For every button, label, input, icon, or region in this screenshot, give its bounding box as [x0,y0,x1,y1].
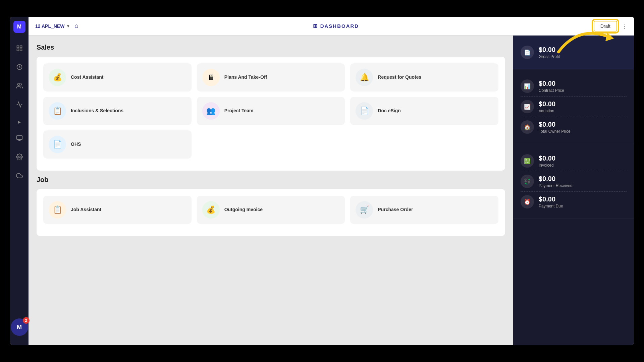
project-chevron-icon: ▾ [67,24,69,28]
contract-price-icon: 📊 [521,79,534,93]
ohs-icon: 📄 [49,136,66,153]
request-quotes-card[interactable]: 🔔 Request for Quotes [350,63,498,92]
sales-grid-section: 💰 Cost Assistant 🖥 Plans And Take-Off 🔔 … [37,57,505,171]
dashboard-nav-icon[interactable] [13,42,25,54]
svg-point-5 [17,83,20,86]
main-content: 12 APL_NEW ▾ ⌂ ⊞ DASHBOARD Draft ⋮ Sales [29,17,634,345]
gross-profit-icon: 📄 [521,46,534,59]
svg-rect-6 [16,136,22,140]
job-grid-section: 📋 Job Assistant 💰 Outgoing Invoice 🛒 Pur… [37,189,505,236]
variation-icon: 📈 [521,100,534,113]
cost-assistant-card[interactable]: 💰 Cost Assistant [43,63,192,92]
total-owner-icon: 🏠 [521,120,534,134]
contract-price-label: Contract Price [539,88,627,93]
project-team-label: Project Team [224,108,254,114]
project-name: 12 APL_NEW [35,23,64,29]
project-team-icon: 👥 [202,102,220,120]
project-team-card[interactable]: 👥 Project Team [197,97,345,125]
purchase-order-card[interactable]: 🛒 Purchase Order [350,196,498,224]
doc-esign-card[interactable]: 📄 Doc eSign [350,97,498,125]
job-assistant-label: Job Assistant [71,206,101,213]
cost-assistant-icon: 💰 [49,69,66,86]
gross-profit-label: Gross Profit [539,54,627,59]
purchase-order-icon: 🛒 [356,201,373,219]
job-row-1: 📋 Job Assistant 💰 Outgoing Invoice 🛒 Pur… [43,196,498,224]
ohs-card[interactable]: 📄 OHS [43,130,192,159]
sales-row-2: 📋 Inclusions & Selections 👥 Project Team… [43,97,498,125]
home-icon[interactable]: ⌂ [74,22,78,29]
total-owner-row: 🏠 $0.00 Total Owner Price [521,117,627,137]
invoiced-icon: 💹 [521,154,534,168]
sidebar: M ▶ M 2 [10,17,29,345]
svg-rect-0 [17,46,19,48]
expand-icon[interactable]: ▶ [16,119,23,125]
doc-esign-icon: 📄 [356,102,373,120]
dashboard-label: DASHBOARD [320,23,359,29]
sales-row-1: 💰 Cost Assistant 🖥 Plans And Take-Off 🔔 … [43,63,498,92]
contract-price-row: 📊 $0.00 Contract Price [521,76,627,96]
settings-icon[interactable] [13,151,25,163]
variation-label: Variation [539,109,627,113]
project-selector[interactable]: 12 APL_NEW ▾ [35,23,69,29]
contract-card: 📊 $0.00 Contract Price 📈 $0.00 Variation [513,69,634,144]
dashboard-grid-icon: ⊞ [313,23,318,29]
monitor-icon[interactable] [13,132,25,144]
payment-received-icon: 💱 [521,175,534,188]
gross-profit-card: 📄 $0.00 Gross Profit [513,36,634,69]
cloud-icon[interactable] [13,170,25,182]
clock-icon[interactable] [13,61,25,73]
gross-profit-amount: $0.00 [539,46,627,54]
payment-received-amount: $0.00 [539,175,627,183]
svg-point-9 [18,156,20,158]
header: 12 APL_NEW ▾ ⌂ ⊞ DASHBOARD Draft ⋮ [29,17,634,36]
payment-due-label: Payment Due [539,204,627,208]
purchase-order-label: Purchase Order [378,206,413,213]
right-panel: 📄 $0.00 Gross Profit 📊 $0.00 Contract Pr… [513,36,634,345]
total-owner-info: $0.00 Total Owner Price [539,121,627,134]
request-quotes-label: Request for Quotes [378,74,421,81]
user-avatar-container[interactable]: M 2 [11,313,28,339]
svg-rect-3 [20,49,22,51]
variation-amount: $0.00 [539,100,627,108]
payment-due-amount: $0.00 [539,195,627,203]
request-quotes-icon: 🔔 [356,69,373,86]
inclusions-selections-card[interactable]: 📋 Inclusions & Selections [43,97,192,125]
svg-rect-2 [17,49,19,51]
plans-takeoff-icon: 🖥 [202,69,220,86]
invoiced-row: 💹 $0.00 Invoiced [521,151,627,171]
gross-profit-info: $0.00 Gross Profit [539,46,627,59]
sales-section-title: Sales [37,44,505,51]
payment-received-row: 💱 $0.00 Payment Received [521,171,627,191]
draft-button[interactable]: Draft [594,21,617,32]
variation-info: $0.00 Variation [539,100,627,113]
chart-icon[interactable] [13,99,25,111]
invoiced-card: 💹 $0.00 Invoiced 💱 $0.00 Payment Receive… [513,144,634,219]
contract-price-info: $0.00 Contract Price [539,80,627,93]
contract-price-amount: $0.00 [539,80,627,87]
inclusions-label: Inclusions & Selections [71,108,123,114]
cost-assistant-label: Cost Assistant [71,74,104,81]
gross-profit-row: 📄 $0.00 Gross Profit [521,42,627,62]
users-icon[interactable] [13,80,25,92]
variation-row: 📈 $0.00 Variation [521,96,627,117]
content-main: Sales 💰 Cost Assistant 🖥 Plans And Take-… [29,36,513,345]
job-assistant-card[interactable]: 📋 Job Assistant [43,196,192,224]
payment-due-row: ⏰ $0.00 Payment Due [521,191,627,212]
invoiced-info: $0.00 Invoiced [539,155,627,168]
payment-due-info: $0.00 Payment Due [539,195,627,208]
invoiced-amount: $0.00 [539,155,627,162]
job-assistant-icon: 📋 [49,201,66,219]
svg-rect-1 [20,46,22,48]
payment-due-icon: ⏰ [521,195,534,208]
total-owner-amount: $0.00 [539,121,627,128]
more-options-icon[interactable]: ⋮ [621,22,627,30]
doc-esign-label: Doc eSign [378,108,400,114]
outgoing-invoice-card[interactable]: 💰 Outgoing Invoice [197,196,345,224]
outgoing-invoice-icon: 💰 [202,201,220,219]
app-logo[interactable]: M [13,21,25,33]
content-area: Sales 💰 Cost Assistant 🖥 Plans And Take-… [29,36,634,345]
plans-takeoff-card[interactable]: 🖥 Plans And Take-Off [197,63,345,92]
payment-received-label: Payment Received [539,183,627,188]
payment-received-info: $0.00 Payment Received [539,175,627,188]
header-right: Draft ⋮ [594,21,627,32]
